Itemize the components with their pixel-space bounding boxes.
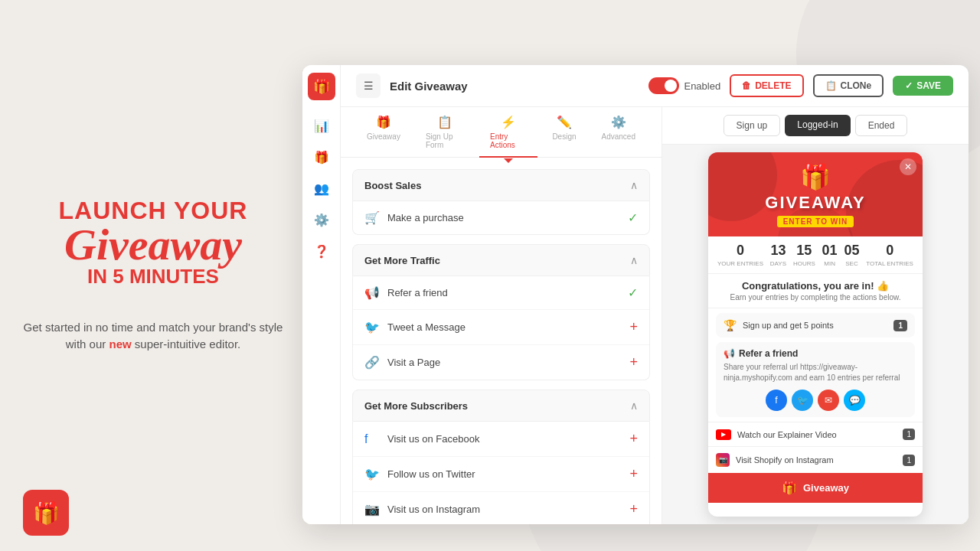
trophy-icon: 🏆: [724, 319, 737, 331]
tab-signup-form[interactable]: 📋 Sign Up Form: [415, 107, 475, 157]
sidebar-item-settings[interactable]: ⚙️: [308, 206, 335, 233]
popup-footer[interactable]: 🎁 Giveaway: [708, 473, 923, 503]
clone-button[interactable]: 📋 CLONe: [813, 74, 884, 97]
clone-icon: 📋: [825, 80, 837, 91]
tab-giveaway[interactable]: 🎁 Giveaway: [356, 107, 411, 157]
tab-entry-actions[interactable]: ⚡ Entry Actions: [479, 107, 537, 157]
your-entries-value: 0: [737, 243, 744, 259]
twitter-icon: 🐦: [364, 320, 380, 334]
enabled-label: Enabled: [684, 80, 720, 92]
sec-label: SEC: [845, 260, 858, 267]
preview-tabs: Sign up Logged-in Ended: [662, 107, 969, 145]
sidebar-item-users[interactable]: 👥: [308, 174, 335, 202]
visit-instagram-add-button[interactable]: +: [629, 501, 638, 517]
refer-label: Refer a friend: [387, 287, 620, 298]
signup-tab-icon: 📋: [437, 115, 452, 129]
follow-twitter-add-button[interactable]: +: [629, 466, 638, 482]
popup-shopify-instagram[interactable]: 📷 Visit Shopify on Instagram 1: [708, 446, 923, 473]
giveaway-popup: 🎁 GIVEAWAY ENTER TO WIN ✕ 0 Your entries: [708, 152, 923, 517]
visit-page-label: Visit a Page: [387, 357, 622, 368]
min-label: MIN: [824, 260, 835, 267]
visit-page-add-button[interactable]: +: [629, 354, 638, 370]
popup-close-button[interactable]: ✕: [900, 158, 916, 175]
design-tab-label: Design: [552, 132, 576, 141]
congrats-title: Congratulations, you are in! 👍: [717, 280, 913, 292]
signup-points-header[interactable]: 🏆 Sign up and get 5 points 1: [716, 313, 915, 337]
refer-friend-section: 📢 Refer a friend Share your referral url…: [716, 342, 915, 417]
boost-sales-header[interactable]: Boost Sales ∧: [352, 169, 650, 201]
save-button[interactable]: ✓ SAVE: [893, 76, 953, 96]
popup-header: 🎁 GIVEAWAY ENTER TO WIN ✕: [708, 152, 923, 236]
total-entries-item: 0 Total entries: [866, 243, 913, 267]
tweet-label: Tweet a Message: [387, 321, 622, 333]
main-content: ☰ Edit Giveaway Enabled 🗑 DELETE 📋 CLONe…: [341, 65, 969, 524]
youtube-icon: ▶: [716, 429, 731, 440]
hours-value: 15: [796, 243, 812, 259]
popup-banner-text: 🎁 GIVEAWAY ENTER TO WIN: [765, 162, 865, 227]
subscribers-header[interactable]: Get More Subscribers ∧: [352, 390, 650, 422]
total-entries-value: 0: [886, 243, 893, 259]
delete-button[interactable]: 🗑 DELETE: [730, 74, 803, 97]
tab-ended[interactable]: Ended: [855, 115, 908, 136]
popup-explainer-video[interactable]: ▶ Watch our Explainer Video 1: [708, 422, 923, 446]
sidebar-logo: 🎁: [308, 73, 335, 100]
popup-timer: 0 Your entries 13 DAYS 15 HOURS: [708, 236, 923, 274]
congrats-sub: Earn your entries by completing the acti…: [717, 293, 913, 302]
tab-advanced[interactable]: ⚙️ Advanced: [591, 107, 646, 157]
signup-points-badge: 1: [893, 320, 907, 331]
design-tab-icon: ✏️: [557, 115, 572, 129]
shopify-ig-badge: 1: [903, 455, 915, 466]
enabled-toggle-wrapper: Enabled: [648, 77, 720, 94]
sidebar-item-help[interactable]: ❓: [308, 237, 335, 265]
page-title: Edit Giveaway: [390, 80, 639, 93]
days-value: 13: [770, 243, 786, 259]
content-area: 🎁 Giveaway 📋 Sign Up Form ⚡ Entry Action…: [341, 107, 969, 524]
popup-title: GIVEAWAY: [765, 193, 865, 213]
boost-sales-body: 🛒 Make a purchase ✓: [352, 201, 650, 235]
giveaway-tab-label: Giveaway: [367, 132, 400, 141]
min-value: 01: [822, 243, 838, 259]
tab-logged-in[interactable]: Logged-in: [785, 115, 850, 136]
your-entries-item: 0 Your entries: [717, 243, 763, 267]
sidebar-item-dashboard[interactable]: 📊: [308, 112, 335, 139]
share-twitter-button[interactable]: 🐦: [792, 390, 813, 411]
visit-facebook-label: Visit us on Facebook: [387, 433, 622, 445]
tweet-add-button[interactable]: +: [629, 319, 638, 335]
list-item: 🐦 Tweet a Message +: [353, 310, 649, 345]
follow-twitter-icon: 🐦: [364, 467, 380, 481]
hours-item: 15 HOURS: [793, 243, 815, 267]
refer-check-icon: ✓: [628, 285, 638, 300]
explainer-label: Watch our Explainer Video: [737, 430, 897, 439]
share-buttons: f 🐦 ✉ 💬: [724, 390, 907, 411]
list-item: 📢 Refer a friend ✓: [353, 276, 649, 310]
entry-tab-label: Entry Actions: [490, 132, 527, 149]
share-email-button[interactable]: ✉: [818, 390, 839, 411]
enabled-toggle[interactable]: [648, 77, 679, 94]
sidebar-item-giveaways[interactable]: 🎁: [308, 143, 335, 171]
popup-subtitle: ENTER TO WIN: [777, 216, 854, 227]
tab-signup[interactable]: Sign up: [724, 115, 781, 136]
tab-design[interactable]: ✏️ Design: [541, 107, 586, 157]
traffic-header[interactable]: Get More Traffic ∧: [352, 244, 650, 276]
facebook-icon: f: [364, 432, 380, 446]
visit-facebook-add-button[interactable]: +: [629, 431, 638, 447]
popup-action-signup[interactable]: 🏆 Sign up and get 5 points 1: [716, 313, 915, 337]
share-facebook-button[interactable]: f: [766, 390, 787, 411]
giveaway-tab-icon: 🎁: [376, 115, 391, 129]
refer-title: 📢 Refer a friend: [724, 348, 907, 359]
footer-label: Giveaway: [803, 482, 849, 494]
giveaway-word: Giveaway: [59, 225, 248, 265]
popup-congrats: Congratulations, you are in! 👍 Earn your…: [708, 274, 923, 308]
sidebar: 🎁 📊 🎁 👥 ⚙️ ❓: [302, 65, 341, 524]
preview-panel: Sign up Logged-in Ended: [662, 107, 969, 524]
share-messenger-button[interactable]: 💬: [844, 390, 865, 411]
purchase-label: Make a purchase: [387, 212, 620, 223]
delete-icon: 🗑: [742, 80, 751, 91]
min-item: 01 MIN: [822, 243, 838, 267]
instagram-icon: 📷: [364, 502, 380, 517]
refer-icon: 📢: [364, 285, 380, 300]
menu-button[interactable]: ☰: [356, 73, 381, 98]
traffic-chevron: ∧: [630, 254, 638, 266]
your-entries-label: Your entries: [717, 260, 763, 267]
sec-value: 05: [844, 243, 859, 259]
